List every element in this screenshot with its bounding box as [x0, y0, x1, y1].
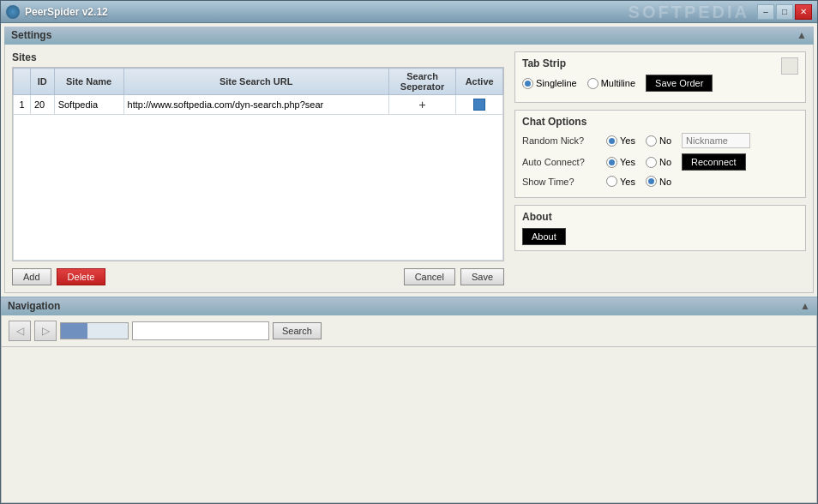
nickname-input[interactable] [682, 133, 750, 148]
chat-options-group: Chat Options Random Nick? Yes No [514, 110, 806, 198]
multiline-option[interactable]: Multiline [587, 78, 635, 89]
tab-strip-title: Tab Strip [522, 57, 713, 69]
close-button[interactable]: ✕ [795, 4, 812, 20]
show-time-no-option[interactable]: No [646, 176, 671, 187]
sites-table: ID Site Name Site Search URL SearchSeper… [13, 68, 503, 261]
show-time-yes-label: Yes [620, 177, 635, 187]
search-input[interactable]: Softpedia [132, 321, 269, 340]
settings-collapse-arrow[interactable]: ▲ [797, 29, 807, 41]
auto-connect-yes-option[interactable]: Yes [606, 157, 635, 168]
auto-connect-yes-label: Yes [620, 157, 635, 167]
random-nick-row: Random Nick? Yes No [522, 133, 798, 148]
checkbox-checked-icon [473, 99, 485, 111]
show-time-yes-radio[interactable] [606, 176, 617, 187]
col-header-sep: SearchSeperator [388, 69, 456, 95]
random-nick-yes-option[interactable]: Yes [606, 135, 635, 147]
sites-label: Sites [12, 51, 504, 63]
about-button[interactable]: About [522, 228, 566, 245]
cancel-button[interactable]: Cancel [404, 268, 455, 285]
title-bar: PeerSpider v2.12 SOFTPEDIA – □ ✕ [1, 1, 817, 23]
col-header-check [14, 69, 31, 95]
random-nick-yes-label: Yes [620, 135, 635, 146]
sites-buttons-left: Add Delete [12, 268, 105, 285]
sites-section: Sites ID Site Name Site Search URL Searc… [12, 51, 504, 285]
empty-area [14, 115, 503, 261]
auto-connect-radio-group: Yes No Reconnect [606, 153, 746, 171]
sites-table-container: ID Site Name Site Search URL SearchSeper… [12, 67, 504, 261]
title-bar-left: PeerSpider v2.12 [6, 5, 108, 19]
settings-body: Sites ID Site Name Site Search URL Searc… [4, 45, 814, 293]
app-window: PeerSpider v2.12 SOFTPEDIA – □ ✕ Setting… [0, 0, 818, 504]
tab-strip-options: Singleline Multiline Save Order [522, 75, 713, 92]
watermark: SOFTPEDIA [629, 3, 749, 22]
show-time-row: Show Time? Yes No [522, 176, 798, 187]
main-content: Settings ▲ Sites ID Site Name [1, 23, 817, 503]
show-time-label: Show Time? [522, 177, 599, 187]
reconnect-button[interactable]: Reconnect [682, 153, 746, 171]
table-header-row: ID Site Name Site Search URL SearchSeper… [14, 69, 503, 95]
navigation-panel: Navigation ▲ ◁ ▷ Softpedia Search [1, 297, 817, 347]
save-button[interactable]: Save [460, 268, 504, 285]
sites-buttons-right: Cancel Save [404, 268, 504, 285]
nav-collapse-arrow[interactable]: ▲ [800, 300, 810, 312]
row-sep: + [388, 95, 456, 115]
separator-plus-btn[interactable]: + [418, 98, 425, 111]
forward-button[interactable]: ▷ [34, 321, 57, 341]
col-header-active: Active [456, 69, 503, 95]
about-group: About About [514, 205, 806, 251]
show-time-no-label: No [659, 177, 671, 187]
back-button[interactable]: ◁ [9, 321, 31, 341]
about-title: About [522, 211, 798, 223]
singleline-option[interactable]: Singleline [522, 78, 577, 89]
window-controls: – □ ✕ [757, 4, 812, 20]
auto-connect-no-option[interactable]: No [646, 157, 671, 168]
singleline-radio[interactable] [522, 78, 533, 89]
random-nick-radio-group: Yes No [606, 133, 750, 148]
auto-connect-row: Auto Connect? Yes No Reconn [522, 153, 798, 171]
random-nick-no-label: No [659, 135, 671, 146]
show-time-no-radio[interactable] [646, 176, 657, 187]
window-title: PeerSpider v2.12 [25, 6, 108, 18]
auto-connect-no-radio[interactable] [646, 157, 657, 168]
progress-bar [60, 322, 129, 339]
tab-strip-radio-group: Singleline Multiline Save Order [522, 75, 713, 92]
table-row: 1 20 Softpedia http://www.softpedia.com/… [14, 95, 503, 115]
random-nick-label: Random Nick? [522, 135, 599, 146]
row-active [456, 95, 503, 115]
minimize-button[interactable]: – [757, 4, 774, 20]
multiline-label: Multiline [601, 78, 635, 88]
add-button[interactable]: Add [12, 268, 51, 285]
right-panel: Tab Strip Singleline [514, 51, 806, 285]
settings-header: Settings ▲ [4, 27, 814, 45]
auto-connect-yes-radio[interactable] [606, 157, 617, 168]
random-nick-no-radio[interactable] [646, 135, 657, 147]
col-header-name: Site Name [54, 69, 123, 95]
multiline-radio[interactable] [587, 78, 598, 89]
maximize-button[interactable]: □ [776, 4, 793, 20]
tab-strip-content: Tab Strip Singleline [522, 57, 713, 97]
col-header-url: Site Search URL [123, 69, 388, 95]
show-time-radio-group: Yes No [606, 176, 671, 187]
chat-options-title: Chat Options [522, 116, 798, 128]
top-right-btn[interactable] [781, 57, 798, 75]
settings-panel: Settings ▲ Sites ID Site Name [1, 23, 817, 297]
nav-header: Navigation ▲ [1, 297, 817, 315]
search-button[interactable]: Search [273, 322, 322, 339]
row-url: http://www.softpedia.com/dyn-search.php?… [123, 95, 388, 115]
active-checkbox[interactable] [472, 97, 487, 112]
random-nick-no-option[interactable]: No [646, 135, 671, 147]
auto-connect-no-label: No [659, 157, 671, 167]
show-time-yes-option[interactable]: Yes [606, 176, 635, 187]
delete-button[interactable]: Delete [57, 268, 106, 285]
nav-title: Navigation [8, 300, 60, 312]
browser-area [1, 347, 817, 503]
save-order-button[interactable]: Save Order [646, 75, 713, 92]
row-site-name: Softpedia [54, 95, 123, 115]
tab-strip-group: Tab Strip Singleline [514, 51, 806, 103]
random-nick-yes-radio[interactable] [606, 135, 617, 147]
col-header-id: ID [31, 69, 55, 95]
row-id: 20 [31, 95, 55, 115]
settings-title: Settings [11, 29, 51, 41]
nav-body: ◁ ▷ Softpedia Search [1, 315, 817, 347]
auto-connect-label: Auto Connect? [522, 157, 599, 167]
